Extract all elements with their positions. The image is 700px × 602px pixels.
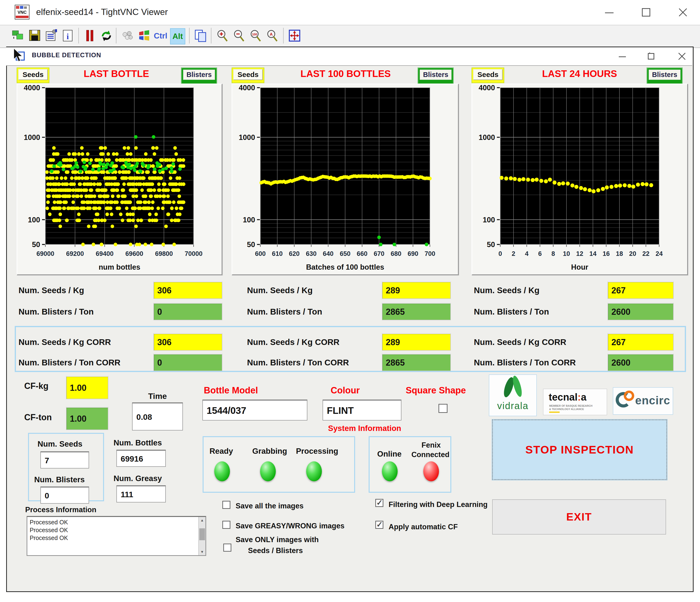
cf-ton-value[interactable]: 1.00 bbox=[66, 407, 108, 430]
num-seeds-kg-corr-label: Num. Seeds / Kg CORR bbox=[19, 337, 111, 347]
ready-led bbox=[214, 461, 230, 481]
scrollbar-thumb[interactable] bbox=[199, 528, 205, 540]
pause-icon[interactable] bbox=[83, 28, 97, 44]
scroll-up-icon[interactable]: ▲ bbox=[199, 517, 205, 524]
new-connection-icon[interactable] bbox=[11, 28, 25, 44]
process-log[interactable]: Processed OK Processed OK Processed OK ▲… bbox=[27, 516, 206, 556]
toolbar-separator bbox=[211, 28, 211, 44]
svg-text:20: 20 bbox=[629, 250, 636, 257]
num-seeds-kg-label: Num. Seeds / Kg bbox=[19, 285, 84, 295]
stop-inspection-button[interactable]: STOP INSPECTION bbox=[492, 420, 667, 480]
zoom-100-icon[interactable]: 100 bbox=[248, 28, 263, 44]
app-restore-button[interactable] bbox=[643, 51, 659, 61]
exit-button[interactable]: EXIT bbox=[492, 499, 666, 534]
blisters-button-panel3[interactable]: Blisters bbox=[647, 68, 683, 84]
num-seeds-field[interactable]: 7 bbox=[41, 451, 89, 469]
save-icon[interactable] bbox=[28, 28, 42, 44]
close-button[interactable] bbox=[672, 5, 694, 20]
seeds-button-label: Seeds bbox=[233, 69, 263, 80]
svg-text:VNC: VNC bbox=[18, 10, 27, 15]
ctrl-key-button[interactable]: Ctrl bbox=[153, 28, 168, 44]
send-keys-icon[interactable] bbox=[120, 28, 134, 44]
save-greasy-wrong-checkbox[interactable] bbox=[222, 521, 230, 529]
svg-text:100: 100 bbox=[252, 32, 257, 36]
tightvnc-app-icon: VNC bbox=[15, 5, 29, 20]
num-blisters-ton-corr-value-3: 2600 bbox=[607, 353, 674, 371]
svg-text:1000: 1000 bbox=[24, 133, 40, 142]
num-bottles-field[interactable]: 69916 bbox=[117, 450, 166, 467]
app-close-button[interactable] bbox=[674, 51, 690, 61]
svg-text:24: 24 bbox=[656, 250, 663, 257]
zoom-in-icon[interactable] bbox=[215, 28, 229, 44]
file-transfer-icon[interactable] bbox=[193, 28, 207, 44]
system-information-label: System Information bbox=[320, 424, 410, 433]
fenix-connected-led bbox=[423, 461, 439, 481]
zoom-auto-icon[interactable]: A bbox=[265, 28, 279, 44]
svg-text:660: 660 bbox=[357, 250, 368, 257]
full-screen-icon[interactable] bbox=[288, 28, 302, 44]
num-greasy-label: Num. Greasy bbox=[114, 474, 162, 483]
seeds-button-panel2[interactable]: Seeds bbox=[232, 68, 265, 83]
tecnalia-logo: tecnal:a MEMBER OF BASQUE RESEARCH & TEC… bbox=[543, 388, 607, 415]
save-all-images-label: Save all the images bbox=[235, 502, 304, 510]
bottle-model-field[interactable]: 1544/037 bbox=[202, 400, 307, 421]
toolbar-separator bbox=[78, 28, 79, 44]
svg-text:8: 8 bbox=[551, 250, 555, 257]
apply-automatic-cf-checkbox[interactable] bbox=[375, 521, 383, 529]
svg-text:A: A bbox=[270, 32, 273, 36]
refresh-icon[interactable] bbox=[99, 28, 114, 44]
num-seeds-kg-value-1: 306 bbox=[153, 281, 222, 299]
grabbing-label: Grabbing bbox=[252, 447, 287, 456]
colour-field[interactable]: FLINT bbox=[323, 400, 401, 421]
num-seeds-kg-label: Num. Seeds / Kg bbox=[247, 285, 312, 295]
seeds-button-panel3[interactable]: Seeds bbox=[472, 68, 504, 83]
connection-info-icon[interactable]: i bbox=[61, 28, 75, 44]
toolbar-separator bbox=[116, 28, 117, 44]
svg-text:22: 22 bbox=[642, 250, 649, 257]
filtering-deep-learning-checkbox[interactable] bbox=[375, 499, 383, 507]
square-shape-checkbox[interactable] bbox=[439, 404, 448, 413]
fenix-label-line1: Fenix bbox=[412, 441, 450, 450]
zoom-out-icon[interactable] bbox=[232, 28, 246, 44]
vidrala-leaf-icon bbox=[489, 375, 536, 401]
svg-text:600: 600 bbox=[255, 250, 266, 257]
seeds-button-panel1[interactable]: Seeds bbox=[17, 68, 49, 83]
save-all-images-checkbox[interactable] bbox=[222, 501, 230, 509]
send-windows-key-icon[interactable] bbox=[137, 28, 151, 44]
blisters-button-panel2[interactable]: Blisters bbox=[418, 68, 454, 84]
save-greasy-wrong-label: Save GREASY/WRONG images bbox=[235, 522, 344, 530]
processing-label: Processing bbox=[296, 447, 338, 456]
vidrala-wordmark: vidrala bbox=[489, 401, 536, 411]
connection-options-icon[interactable] bbox=[44, 28, 58, 44]
time-field[interactable]: 0.08 bbox=[132, 402, 183, 430]
num-greasy-field[interactable]: 111 bbox=[117, 485, 166, 502]
svg-text:1000: 1000 bbox=[239, 133, 255, 142]
minimize-button[interactable] bbox=[599, 5, 620, 20]
toolbar-separator bbox=[283, 28, 283, 44]
maximize-button[interactable] bbox=[635, 5, 657, 20]
blisters-button-panel1[interactable]: Blisters bbox=[181, 68, 217, 84]
svg-text:640: 640 bbox=[323, 250, 333, 257]
cf-kg-value[interactable]: 1.00 bbox=[66, 376, 108, 399]
save-only-seeds-blisters-checkbox[interactable] bbox=[223, 544, 231, 552]
num-seeds-kg-corr-label: Num. Seeds / Kg CORR bbox=[474, 337, 566, 347]
mouse-cursor bbox=[11, 48, 26, 65]
ready-label: Ready bbox=[209, 447, 233, 456]
svg-text:4: 4 bbox=[525, 250, 528, 257]
num-blisters-field[interactable]: 0 bbox=[41, 486, 89, 504]
process-log-line: Processed OK bbox=[27, 518, 205, 526]
svg-text:620: 620 bbox=[289, 250, 300, 257]
svg-text:50: 50 bbox=[487, 241, 495, 249]
process-log-scrollbar[interactable]: ▲ ▼ bbox=[198, 517, 205, 555]
scroll-down-icon[interactable]: ▼ bbox=[199, 549, 205, 555]
num-blisters-ton-value-1: 0 bbox=[153, 303, 222, 320]
num-seeds-kg-corr-value-2: 289 bbox=[382, 333, 451, 351]
app-minimize-button[interactable] bbox=[614, 51, 631, 61]
svg-text:0: 0 bbox=[498, 250, 502, 257]
process-information-label: Process Information bbox=[25, 505, 96, 514]
svg-text:700: 700 bbox=[424, 250, 435, 257]
svg-text:18: 18 bbox=[616, 250, 623, 257]
num-seeds-kg-value-2: 289 bbox=[382, 281, 451, 299]
save-only-label-line2: Seeds / Blisters bbox=[248, 546, 303, 555]
alt-key-button[interactable]: Alt bbox=[170, 28, 185, 45]
